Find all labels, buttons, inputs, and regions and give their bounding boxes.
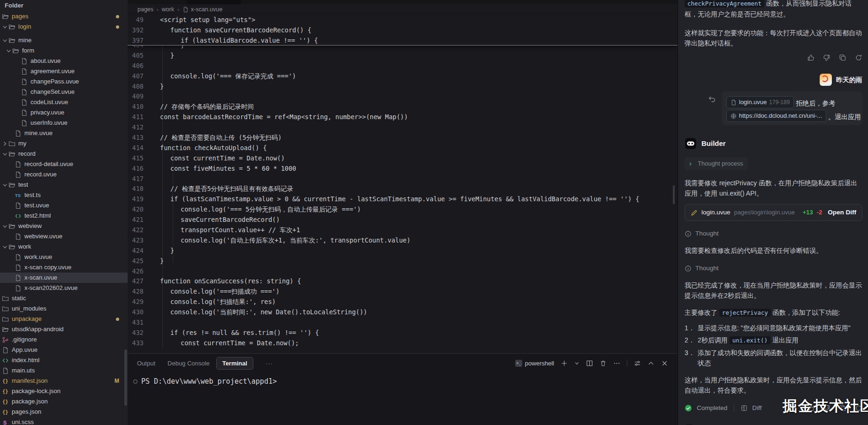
shell-selector[interactable]: >_ powershell xyxy=(515,360,554,367)
split-terminal-icon[interactable] xyxy=(586,360,593,367)
code-line[interactable]: 431 xyxy=(128,318,678,328)
code-line[interactable]: 425} xyxy=(128,256,678,266)
tree-item[interactable]: unpackage xyxy=(0,314,128,324)
code-line[interactable]: 422transportCount.value++ // 车次+1 xyxy=(128,225,678,235)
code-line[interactable]: 411const barcodeLastRecordTime = ref<Map… xyxy=(128,112,678,122)
tree-item[interactable]: privacy.uvue xyxy=(0,107,128,118)
code-line[interactable]: 423console.log('自动上传后车次+1, 当前车次:', trans… xyxy=(128,235,678,246)
thought-process-toggle[interactable]: Thought process xyxy=(685,157,748,170)
diff-label[interactable]: Diff xyxy=(752,403,761,413)
code-line[interactable]: 414function checkAutoUpload() { xyxy=(128,143,678,153)
more-tabs-icon[interactable]: ··· xyxy=(266,360,273,367)
code-line[interactable]: 409 xyxy=(128,91,678,102)
tune-icon[interactable] xyxy=(634,360,641,367)
code-line[interactable]: 429console.log('扫描结果:', res) xyxy=(128,297,678,307)
tree-item[interactable]: webview.uvue xyxy=(0,231,128,242)
tree-item[interactable]: form xyxy=(0,46,128,56)
code-line[interactable]: 420console.log('=== 5分钟无扫码，自动上传最后记录 ==='… xyxy=(128,205,678,215)
code-editor[interactable]: pages › work › x-scan.uvue 404} 405} 406… xyxy=(128,0,678,353)
sidebar-scrollbar[interactable] xyxy=(124,349,127,406)
sticky-line[interactable]: 49<script setup lang="uts"> xyxy=(128,15,678,25)
tree-item[interactable]: x-scan copy.uvue xyxy=(0,262,128,273)
code-line[interactable]: 430console.log('当前时间:', new Date().toLoc… xyxy=(128,307,678,318)
more-actions-icon[interactable] xyxy=(613,360,620,367)
tree-item[interactable]: my xyxy=(0,138,128,149)
close-panel-icon[interactable] xyxy=(661,360,668,367)
tree-item[interactable]: agreement.uvue xyxy=(0,66,128,76)
tree-item[interactable]: login xyxy=(0,22,128,32)
open-diff-button[interactable]: Open Diff xyxy=(828,207,856,218)
tree-item[interactable]: manifest.json M xyxy=(0,376,128,386)
tree-item[interactable]: index.html xyxy=(0,355,128,365)
code-line[interactable]: 421saveCurrentBarcodeRecord() xyxy=(128,215,678,225)
code-line[interactable]: 428console.log('===扫描成功 ===') xyxy=(128,287,678,297)
code-line[interactable]: 406 xyxy=(128,61,678,71)
tree-item[interactable]: userInfo.uvue xyxy=(0,118,128,128)
tree-item[interactable]: work xyxy=(0,242,128,252)
tree-item[interactable]: codeList.uvue xyxy=(0,97,128,107)
code-line[interactable]: 412 xyxy=(128,122,678,133)
tree-item[interactable]: mine.uvue xyxy=(0,128,128,138)
tree-item[interactable]: static xyxy=(0,293,128,304)
code-line[interactable]: 417 xyxy=(128,174,678,184)
code-line[interactable]: 432if (res != null && res.trim() !== '')… xyxy=(128,328,678,338)
regenerate-icon[interactable] xyxy=(855,54,862,61)
tab-terminal[interactable]: Terminal xyxy=(216,357,253,370)
file-reference-chip[interactable]: login.uvue 179-189 xyxy=(726,96,794,108)
tree-item[interactable]: test2.html xyxy=(0,211,128,221)
tree-item[interactable]: App.uvue xyxy=(0,345,128,355)
tree-item[interactable]: test xyxy=(0,180,128,190)
editor-scrollbar[interactable] xyxy=(673,185,675,204)
copy-icon[interactable] xyxy=(839,54,846,61)
tree-item[interactable]: record xyxy=(0,149,128,159)
tree-item[interactable]: pages.json xyxy=(0,407,128,417)
breadcrumb-file[interactable]: x-scan.uvue xyxy=(191,6,222,13)
tree-item[interactable]: mine xyxy=(0,35,128,46)
chevron-down-icon[interactable] xyxy=(574,360,579,367)
tree-item[interactable]: main.uts xyxy=(0,365,128,376)
thumbs-down-icon[interactable] xyxy=(823,54,830,61)
breadcrumb-seg[interactable]: work xyxy=(162,6,174,13)
sticky-line[interactable]: 397if (lastValidBarcode.value !== '') { xyxy=(128,35,678,46)
tree-item[interactable]: changePass.uvue xyxy=(0,76,128,87)
terminal-output[interactable]: PS D:\dev\www\web_project\appd1> xyxy=(128,372,678,386)
thought-row[interactable]: Thought xyxy=(685,228,862,239)
code-line[interactable]: 410// 存储每个条码的最后记录时间 xyxy=(128,102,678,112)
code-line[interactable]: 413// 检查是否需要自动上传 (5分钟无扫码) xyxy=(128,133,678,143)
sticky-line[interactable]: 392function saveCurrentBarcodeRecord() { xyxy=(128,25,678,35)
tree-item[interactable]: webview xyxy=(0,221,128,231)
tree-item[interactable]: x-scan202602.uvue xyxy=(0,283,128,293)
tree-item[interactable]: package.json xyxy=(0,396,128,407)
sticky-scroll[interactable]: 49<script setup lang="uts"> 392function … xyxy=(128,15,678,46)
code-line[interactable]: 416const fiveMinutes = 5 * 60 * 1000 xyxy=(128,164,678,174)
tree-item[interactable]: test.uvue xyxy=(0,200,128,211)
breadcrumb-seg[interactable]: pages xyxy=(137,6,153,13)
code-lines[interactable]: 404} 405} 406 407console.log('=== 保存记录完成… xyxy=(128,40,678,349)
maximize-panel-icon[interactable] xyxy=(647,360,655,367)
url-reference-chip[interactable]: https://doc.dcloud.net.cn/uni-... xyxy=(726,110,826,122)
tree-item[interactable]: test.ts xyxy=(0,190,128,200)
undo-icon[interactable] xyxy=(708,95,716,103)
breadcrumb[interactable]: pages › work › x-scan.uvue xyxy=(128,4,678,15)
tree-item[interactable]: uni.scss xyxy=(0,417,128,425)
file-change-card[interactable]: login.uvue pages\login\login.uvue +13 -2… xyxy=(685,204,862,221)
thought-row[interactable]: Thought xyxy=(685,263,862,273)
trash-icon[interactable] xyxy=(600,360,607,367)
code-line[interactable]: 415const currentTime = Date.now() xyxy=(128,153,678,164)
tab-debug-console[interactable]: Debug Console xyxy=(168,360,210,367)
tree-item[interactable]: record.uvue xyxy=(0,169,128,180)
code-line[interactable]: 426 xyxy=(128,266,678,277)
tree-item[interactable]: uni_modules xyxy=(0,304,128,314)
tree-item[interactable]: .gitignore xyxy=(0,334,128,345)
code-line[interactable]: 433const currentTime = Date.now(); xyxy=(128,338,678,349)
tree-item[interactable]: about.uvue xyxy=(0,56,128,66)
code-line[interactable]: 405} xyxy=(128,51,678,61)
tree-item[interactable]: changeSet.uvue xyxy=(0,87,128,97)
code-line[interactable]: 427function onScanSuccess(res: string) { xyxy=(128,276,678,287)
code-line[interactable]: 424} xyxy=(128,246,678,256)
code-line[interactable]: 418// 检查是否5分钟无扫码且有有效条码记录 xyxy=(128,184,678,194)
tree-item[interactable]: utssdk\app-android xyxy=(0,324,128,334)
new-terminal-icon[interactable] xyxy=(561,360,568,367)
thumbs-up-icon[interactable] xyxy=(807,54,815,61)
tab-output[interactable]: Output xyxy=(137,360,155,367)
